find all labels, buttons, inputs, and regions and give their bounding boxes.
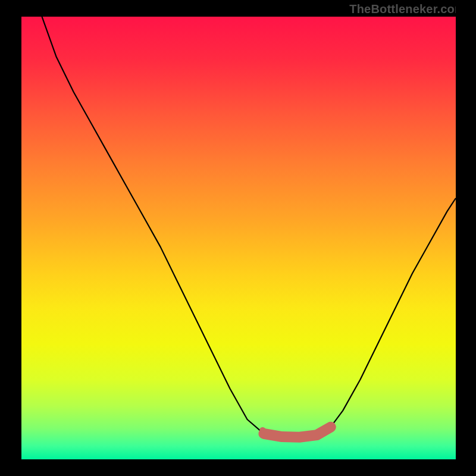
bottleneck-chart [21, 17, 456, 459]
frame-left [0, 0, 21, 476]
watermark-text: TheBottleneker.com [349, 2, 465, 16]
frame-right [456, 0, 476, 476]
frame-bottom [0, 459, 476, 476]
